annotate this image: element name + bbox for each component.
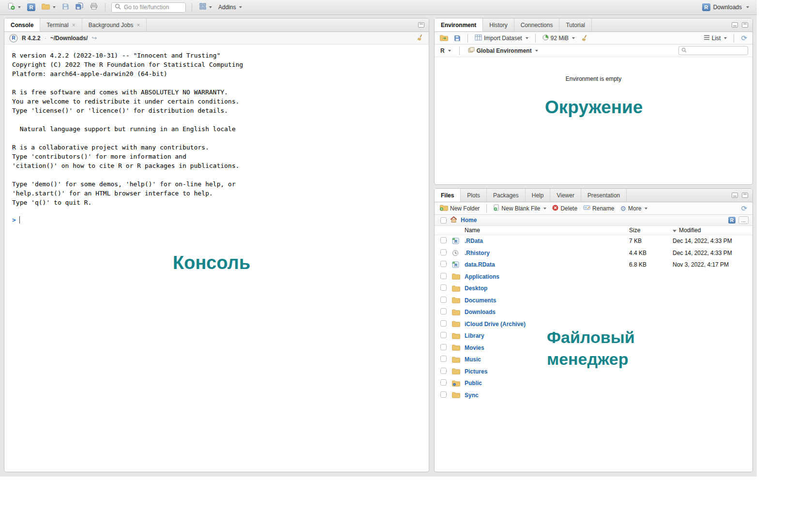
- file-checkbox[interactable]: [440, 308, 447, 314]
- select-all-checkbox[interactable]: [440, 217, 447, 224]
- environment-search-input[interactable]: [689, 48, 753, 54]
- browse-directory-button[interactable]: ...: [738, 216, 749, 224]
- header-separator: ·: [45, 35, 46, 42]
- tab-packages[interactable]: Packages: [487, 189, 526, 202]
- tab-terminal[interactable]: Terminal ×: [40, 18, 82, 31]
- clear-console-icon[interactable]: [416, 34, 424, 43]
- folder-icon: [452, 333, 465, 339]
- open-directory-icon[interactable]: ↪: [91, 34, 97, 42]
- project-menu-button[interactable]: R Downloads: [700, 2, 751, 12]
- memory-usage-button[interactable]: 92 MiB: [541, 34, 576, 43]
- tab-environment[interactable]: Environment: [435, 18, 483, 31]
- column-header-name[interactable]: Name: [465, 227, 629, 234]
- file-row: .Rhistory4.4 KBDec 14, 2022, 4:33 PM: [435, 247, 752, 259]
- environment-search-box[interactable]: [678, 46, 748, 55]
- file-name-link[interactable]: Documents: [465, 297, 629, 304]
- rename-button[interactable]: Rename: [582, 204, 616, 212]
- file-checkbox[interactable]: [440, 344, 447, 350]
- file-checkbox[interactable]: [440, 284, 447, 291]
- search-icon: [681, 47, 687, 54]
- minimize-pane-icon[interactable]: [732, 193, 738, 198]
- file-checkbox[interactable]: [440, 356, 447, 362]
- chevron-down-icon: [18, 6, 21, 8]
- print-button[interactable]: [89, 2, 99, 13]
- console-startup-text: R version 4.2.2 (2022-10-31) -- "Innocen…: [12, 51, 429, 207]
- refresh-icon[interactable]: ⟳: [739, 204, 749, 212]
- maximize-pane-icon[interactable]: [418, 22, 424, 28]
- open-file-button[interactable]: [40, 2, 57, 13]
- chevron-down-icon: [526, 37, 528, 39]
- save-button[interactable]: [60, 2, 71, 13]
- close-icon[interactable]: ×: [72, 22, 75, 28]
- maximize-pane-icon[interactable]: [742, 22, 748, 28]
- tab-presentation[interactable]: Presentation: [581, 189, 627, 202]
- open-folder-icon: [42, 3, 50, 12]
- toolbar-separator: [486, 204, 487, 213]
- file-name-link[interactable]: .RData: [465, 238, 629, 244]
- file-checkbox[interactable]: [440, 237, 447, 243]
- tab-console[interactable]: Console: [4, 18, 40, 31]
- file-name-link[interactable]: Applications: [465, 273, 629, 280]
- tab-plots[interactable]: Plots: [461, 189, 487, 202]
- minimize-pane-icon[interactable]: [732, 22, 738, 28]
- tab-help[interactable]: Help: [526, 189, 551, 202]
- tab-connections[interactable]: Connections: [514, 18, 560, 31]
- pane-grid-icon: [199, 3, 206, 12]
- tab-tutorial[interactable]: Tutorial: [559, 18, 592, 31]
- file-name-link[interactable]: data.RData: [465, 261, 629, 268]
- file-name-link[interactable]: Sync: [465, 392, 629, 399]
- tab-files[interactable]: Files: [435, 189, 461, 202]
- clear-environment-icon[interactable]: [579, 34, 590, 42]
- file-checkbox[interactable]: [440, 332, 447, 338]
- column-header-size[interactable]: Size: [629, 227, 673, 234]
- display-mode-button[interactable]: List: [702, 34, 729, 42]
- tab-presentation-label: Presentation: [587, 192, 620, 199]
- tab-history[interactable]: History: [483, 18, 514, 31]
- file-name-link[interactable]: .Rhistory: [465, 250, 629, 256]
- environment-scope-selector[interactable]: Global Environment: [466, 46, 540, 55]
- file-name-link[interactable]: Public: [465, 380, 629, 387]
- close-icon[interactable]: ×: [136, 22, 140, 28]
- tab-history-label: History: [489, 22, 507, 29]
- new-project-button[interactable]: R: [26, 2, 37, 12]
- file-name-link[interactable]: Desktop: [465, 285, 629, 292]
- column-header-modified-label: Modified: [679, 227, 701, 234]
- pane-layout-button[interactable]: [198, 2, 213, 13]
- save-workspace-button[interactable]: [452, 34, 462, 42]
- goto-file-input[interactable]: [124, 4, 181, 11]
- new-folder-button[interactable]: New Folder: [438, 204, 481, 213]
- refresh-icon[interactable]: ⟳: [739, 34, 749, 42]
- goto-file-box[interactable]: [111, 2, 186, 13]
- file-checkbox[interactable]: [440, 368, 447, 374]
- file-checkbox[interactable]: [440, 273, 447, 279]
- file-checkbox[interactable]: [440, 391, 447, 398]
- save-icon: [62, 3, 69, 12]
- file-row: Desktop: [435, 283, 752, 295]
- new-blank-file-button[interactable]: New Blank File: [492, 204, 548, 213]
- column-header-modified[interactable]: Modified: [673, 227, 752, 234]
- maximize-pane-icon[interactable]: [742, 193, 748, 198]
- breadcrumb-home-link[interactable]: Home: [461, 217, 477, 224]
- tab-viewer[interactable]: Viewer: [550, 189, 581, 202]
- file-checkbox[interactable]: [440, 297, 447, 303]
- new-file-button[interactable]: [6, 1, 22, 13]
- tab-background-jobs[interactable]: Background Jobs ×: [82, 18, 147, 31]
- delete-button[interactable]: Delete: [551, 204, 579, 213]
- file-checkbox[interactable]: [440, 249, 447, 255]
- r-project-icon[interactable]: R: [728, 217, 736, 224]
- file-name-link[interactable]: Downloads: [465, 309, 629, 315]
- file-checkbox[interactable]: [440, 320, 447, 327]
- rstudio-window: R: [0, 0, 757, 477]
- addins-button[interactable]: Addins: [217, 3, 243, 12]
- file-checkbox[interactable]: [440, 379, 447, 386]
- load-workspace-button[interactable]: [438, 34, 450, 42]
- save-all-button[interactable]: [74, 1, 85, 13]
- environment-toolbar: Import Dataset 92 MiB List: [435, 32, 752, 45]
- import-dataset-button[interactable]: Import Dataset: [473, 34, 530, 43]
- more-button[interactable]: ⚙ More: [618, 205, 649, 212]
- console-prompt-line[interactable]: >: [12, 216, 429, 224]
- main-toolbar: R: [0, 0, 757, 15]
- language-selector[interactable]: R: [439, 47, 452, 55]
- file-checkbox[interactable]: [440, 261, 447, 267]
- console-output[interactable]: R version 4.2.2 (2022-10-31) -- "Innocen…: [4, 45, 429, 472]
